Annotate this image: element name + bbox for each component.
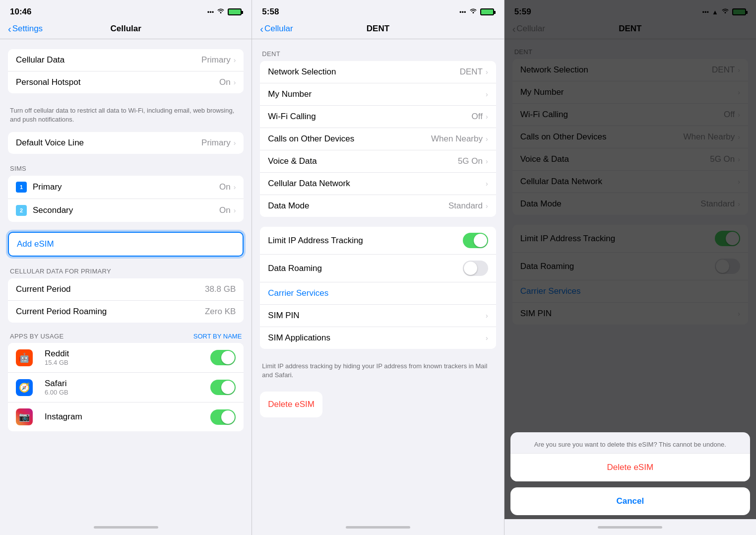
limit-ip-row-2: Limit IP Address Tracking	[260, 227, 496, 255]
safari-name: Safari	[45, 379, 68, 389]
sim-applications-row-2[interactable]: SIM Applications ›	[260, 327, 496, 349]
default-voice-line-chevron: ›	[234, 139, 236, 147]
personal-hotspot-right: On ›	[219, 77, 236, 87]
primary-sim-label: Primary	[33, 182, 62, 192]
home-bar-1	[94, 526, 158, 529]
status-icons-2: •••	[459, 8, 494, 16]
sim-pin-row-2[interactable]: SIM PIN ›	[260, 305, 496, 327]
safari-toggle[interactable]	[210, 380, 236, 395]
primary-sim-left: 1 Primary	[16, 182, 62, 193]
safari-app-left: 🧭 Safari 6.00 GB	[16, 379, 68, 396]
current-period-value: 38.8 GB	[205, 284, 236, 294]
cellular-data-row[interactable]: Cellular Data Primary ›	[8, 49, 244, 71]
cancel-button[interactable]: Cancel	[510, 487, 750, 515]
panel-dent-delete: 5:59 ••• ▲ ‹ Cellular DENT DENT Network …	[504, 0, 756, 535]
reddit-toggle[interactable]	[210, 350, 236, 365]
calls-other-devices-row-2[interactable]: Calls on Other Devices When Nearby ›	[260, 128, 496, 150]
data-roaming-toggle-thumb-2	[464, 262, 477, 275]
action-sheet-message: Are you sure you want to delete this eSI…	[510, 432, 750, 453]
default-voice-line-label: Default Voice Line	[16, 138, 84, 148]
add-esim-label: Add eSIM	[17, 239, 54, 249]
my-number-row-2[interactable]: My Number ›	[260, 83, 496, 106]
nav-title-2: DENT	[367, 24, 389, 34]
calls-other-devices-right-2: When Nearby ›	[431, 134, 488, 144]
home-bar-2	[346, 526, 410, 529]
wifi-icon-2	[469, 8, 477, 16]
sims-section-label: SIMs	[0, 165, 36, 175]
status-bar-1: 10:46 •••	[0, 0, 252, 20]
secondary-sim-icon: 2	[16, 205, 27, 216]
back-chevron-2: ‹	[260, 24, 263, 34]
cellular-data-stats-group: Current Period 38.8 GB Current Period Ro…	[8, 278, 244, 323]
reddit-app-row: 🤖 Reddit 15.4 GB	[8, 343, 244, 373]
signal-icon-2: •••	[459, 8, 466, 16]
sim-pin-right-2: ›	[486, 312, 488, 320]
back-button-1[interactable]: ‹ Settings	[8, 24, 43, 34]
cellular-data-primary-label: CELLULAR DATA FOR PRIMARY	[0, 268, 121, 278]
sim-applications-right-2: ›	[486, 334, 488, 342]
primary-sim-right: On ›	[219, 182, 236, 192]
delete-esim-button-2[interactable]: Delete eSIM	[260, 392, 322, 417]
secondary-sim-right: On ›	[219, 205, 236, 215]
sim-pin-chevron-2: ›	[486, 312, 488, 320]
add-esim-row[interactable]: Add eSIM	[8, 232, 244, 257]
instagram-toggle[interactable]	[210, 409, 236, 425]
back-button-2[interactable]: ‹ Cellular	[260, 24, 293, 34]
reddit-name: Reddit	[45, 349, 69, 359]
safari-icon: 🧭	[16, 379, 33, 396]
delete-esim-confirm-button[interactable]: Delete eSIM	[510, 453, 750, 481]
scroll-content-1: Cellular Data Primary › Personal Hotspot…	[0, 39, 252, 519]
personal-hotspot-label: Personal Hotspot	[16, 77, 80, 87]
back-label-2[interactable]: Cellular	[264, 24, 293, 34]
wifi-calling-row-2[interactable]: Wi-Fi Calling Off ›	[260, 106, 496, 128]
primary-sim-chevron: ›	[234, 183, 236, 191]
my-number-chevron-2: ›	[486, 90, 488, 98]
safari-size: 6.00 GB	[45, 389, 68, 396]
top-settings-group: Cellular Data Primary › Personal Hotspot…	[8, 49, 244, 93]
nav-bar-1: ‹ Settings Cellular	[0, 20, 252, 39]
primary-sim-row[interactable]: 1 Primary On ›	[8, 176, 244, 199]
sims-group: 1 Primary On › 2 Secondary On ›	[8, 176, 244, 222]
sort-by-name-button[interactable]: SORT BY NAME	[193, 333, 242, 340]
delete-esim-confirm-label: Delete eSIM	[607, 463, 654, 472]
default-voice-line-row[interactable]: Default Voice Line Primary ›	[8, 132, 244, 154]
dent-section-label-2: DENT	[252, 50, 290, 61]
carrier-services-row-2[interactable]: Carrier Services	[260, 282, 496, 305]
status-time-2: 5:58	[262, 7, 279, 17]
network-selection-label-2: Network Selection	[268, 67, 336, 77]
back-label-1[interactable]: Settings	[12, 24, 43, 34]
network-selection-row-2[interactable]: Network Selection DENT ›	[260, 61, 496, 83]
my-number-label-2: My Number	[268, 89, 312, 99]
action-sheet: Are you sure you want to delete this eSI…	[510, 432, 750, 481]
secondary-sim-row[interactable]: 2 Secondary On ›	[8, 199, 244, 222]
voice-data-row-2[interactable]: Voice & Data 5G On ›	[260, 150, 496, 173]
voice-line-group: Default Voice Line Primary ›	[8, 132, 244, 154]
safari-app-row: 🧭 Safari 6.00 GB	[8, 373, 244, 402]
cellular-data-network-row-2[interactable]: Cellular Data Network ›	[260, 173, 496, 195]
personal-hotspot-row[interactable]: Personal Hotspot On ›	[8, 71, 244, 93]
battery-icon-1	[228, 8, 242, 15]
limit-ip-label-2: Limit IP Address Tracking	[268, 236, 363, 246]
scroll-content-2: DENT Network Selection DENT › My Number …	[252, 39, 504, 519]
sim-applications-label-2: SIM Applications	[268, 333, 330, 343]
instagram-icon: 📷	[16, 408, 33, 425]
status-icons-1: •••	[207, 8, 242, 16]
home-indicator-1	[0, 519, 252, 535]
my-number-right-2: ›	[486, 90, 488, 98]
voice-data-value-2: 5G On	[458, 156, 483, 166]
data-mode-row-2[interactable]: Data Mode Standard ›	[260, 195, 496, 217]
data-roaming-toggle-2[interactable]	[463, 261, 488, 276]
home-indicator-2	[252, 519, 504, 535]
limit-ip-toggle-2[interactable]	[463, 233, 488, 248]
cellular-data-chevron: ›	[234, 56, 236, 64]
cellular-data-right: Primary ›	[201, 55, 236, 65]
cellular-data-network-label-2: Cellular Data Network	[268, 179, 350, 189]
current-period-roaming-value: Zero KB	[205, 307, 236, 317]
data-roaming-row-2: Data Roaming	[260, 255, 496, 282]
status-bar-2: 5:58 •••	[252, 0, 504, 20]
nav-title-1: Cellular	[110, 24, 141, 34]
voice-data-chevron-2: ›	[486, 157, 488, 165]
network-selection-value-2: DENT	[460, 67, 483, 77]
calls-other-devices-value-2: When Nearby	[431, 134, 483, 144]
apps-by-usage-label: APPS BY USAGE	[10, 333, 63, 340]
